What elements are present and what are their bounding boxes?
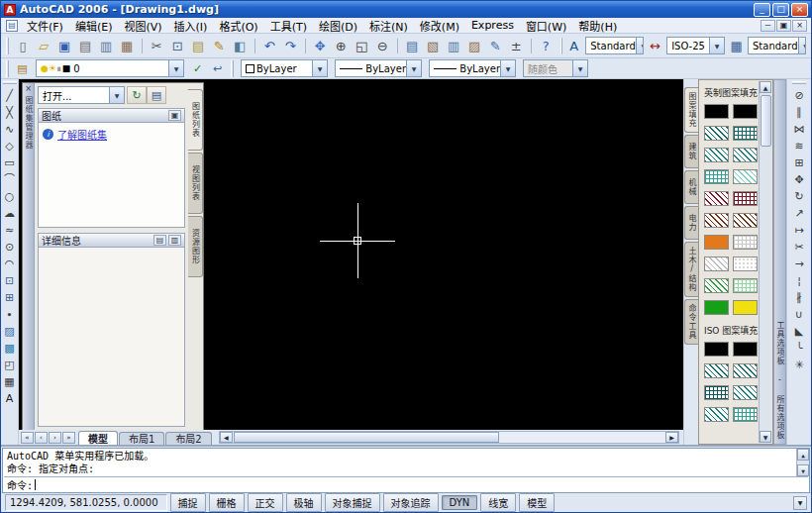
ssm-tab-view-list[interactable]: 视图列表 <box>188 153 203 214</box>
menu-file[interactable]: 文件(F) <box>21 17 69 35</box>
ssm-sheets-view-icon[interactable]: ▣ <box>168 110 181 121</box>
zoom-window-icon[interactable]: ◱ <box>352 36 372 56</box>
toolbar-grip[interactable] <box>792 81 806 84</box>
tab-first-button[interactable]: « <box>21 432 34 444</box>
osnap-toggle[interactable]: 对象捕捉 <box>325 493 380 512</box>
ssm-tab-sheet-list[interactable]: 图纸列表 <box>187 89 203 151</box>
hatch-swatch-tool[interactable] <box>704 342 729 357</box>
erase-icon[interactable]: ⊘ <box>791 87 808 104</box>
hatch-swatch-tool[interactable] <box>704 363 729 378</box>
mtext-icon[interactable]: A <box>1 390 18 407</box>
menu-dimension[interactable]: 标注(N) <box>363 17 414 35</box>
ssm-properties-icon[interactable]: ▤ <box>147 86 166 104</box>
linetype-control-combo[interactable]: ByLayer ▼ <box>335 59 422 77</box>
hatch-swatch-tool[interactable] <box>733 213 758 228</box>
rotate-icon[interactable]: ↻ <box>791 188 808 205</box>
color-control-combo[interactable]: ByLayer ▼ <box>241 59 328 77</box>
status-bar-menu-button[interactable]: ▼ <box>793 496 807 510</box>
pan-icon[interactable]: ✥ <box>310 36 331 56</box>
polar-toggle[interactable]: 极轴 <box>286 493 322 512</box>
ssm-preview-view-icon[interactable]: ▥ <box>168 235 181 246</box>
hatch-swatch-tool[interactable] <box>733 278 758 293</box>
hatch-swatch-tool[interactable] <box>733 235 758 250</box>
snap-toggle[interactable]: 捕捉 <box>170 493 206 512</box>
hatch-swatch-tool[interactable] <box>704 256 729 271</box>
menu-draw[interactable]: 绘图(D) <box>313 17 363 35</box>
fillet-icon[interactable]: ╰ <box>791 340 808 357</box>
plot-icon[interactable]: ▤ <box>75 36 96 56</box>
menu-help[interactable]: 帮助(H) <box>572 17 623 35</box>
command-input[interactable]: 命令: <box>3 477 809 492</box>
hatch-swatch-tool[interactable] <box>704 104 729 119</box>
explode-icon[interactable]: ✳ <box>791 357 808 373</box>
hatch-swatch-tool[interactable] <box>733 300 758 315</box>
hatch-swatch-tool[interactable] <box>733 342 758 357</box>
drawing-canvas[interactable]: X × 图纸集管理器 打开... ▼ <box>19 79 683 430</box>
help-icon[interactable]: ? <box>536 36 557 56</box>
copy-clip-icon[interactable]: ⊡ <box>167 36 188 56</box>
make-block-icon[interactable]: ⊞ <box>1 289 18 306</box>
markup-set-manager-icon[interactable]: ✎ <box>485 36 506 56</box>
hatch-swatch-tool[interactable] <box>733 363 758 378</box>
lineweight-control-combo[interactable]: ByLayer ▼ <box>429 59 516 77</box>
close-icon[interactable]: × <box>25 85 32 93</box>
make-object-layer-current-button[interactable]: ✓ <box>188 59 207 77</box>
chamfer-icon[interactable]: ◣ <box>791 323 808 340</box>
toolbar-grip[interactable] <box>6 60 9 77</box>
command-scrollbar[interactable]: ▲ ▼ <box>796 449 809 476</box>
menu-format[interactable]: 格式(O) <box>213 17 263 35</box>
scrollbar-thumb[interactable] <box>761 95 771 147</box>
scroll-left-icon[interactable]: ◀ <box>220 432 233 443</box>
zoom-previous-icon[interactable]: ⊖ <box>372 36 393 56</box>
scrollbar-thumb[interactable] <box>234 432 500 443</box>
point-icon[interactable]: ∙ <box>1 306 18 323</box>
lineweight-toggle[interactable]: 线宽 <box>480 493 516 512</box>
palette-tab-electrical[interactable]: 电力 <box>684 206 698 240</box>
hatch-swatch-tool[interactable] <box>704 191 729 206</box>
insert-block-icon[interactable]: ⊡ <box>1 272 18 289</box>
doc-close-button[interactable]: × <box>792 20 807 32</box>
hatch-swatch-tool[interactable] <box>704 407 729 422</box>
text-style-combo[interactable]: Standard ▼ <box>585 37 644 54</box>
menu-window[interactable]: 窗口(W) <box>520 17 572 35</box>
line-icon[interactable]: ╱ <box>1 87 18 104</box>
construction-line-icon[interactable]: ╳ <box>1 104 18 121</box>
hatch-swatch-tool[interactable] <box>733 126 758 141</box>
polyline-icon[interactable]: ∿ <box>1 121 18 138</box>
open-icon[interactable]: ▱ <box>34 36 54 56</box>
grid-toggle[interactable]: 栅格 <box>209 493 245 512</box>
hatch-swatch-tool[interactable] <box>733 169 758 184</box>
palette-tab-hatches[interactable]: 图案填充 <box>684 87 698 133</box>
block-editor-icon[interactable]: ◧ <box>230 36 251 56</box>
command-history[interactable]: AutoCAD 菜单实用程序已加载。命令: 指定对角点: <box>3 449 809 476</box>
layer-combo[interactable]: ●☀∎■ 0 ▼ <box>36 59 184 77</box>
scroll-up-icon[interactable]: ▲ <box>797 449 809 461</box>
table-style-combo[interactable]: Standard ▼ <box>748 37 806 54</box>
extend-icon[interactable]: → <box>791 256 808 272</box>
hatch-swatch-tool[interactable] <box>704 278 729 293</box>
toolbar-grip[interactable] <box>560 38 563 54</box>
ssm-open-combo[interactable]: 打开... ▼ <box>38 86 125 104</box>
ellipse-arc-icon[interactable]: ◠ <box>1 256 18 272</box>
hatch-swatch-tool[interactable] <box>704 385 729 400</box>
sheet-set-manager-icon[interactable]: ▨ <box>464 36 485 56</box>
rectangle-icon[interactable]: ▭ <box>1 154 18 171</box>
designcenter-icon[interactable]: ▧ <box>423 36 444 56</box>
region-icon[interactable]: ◰ <box>1 357 18 373</box>
close-button[interactable]: × <box>791 3 808 17</box>
layer-previous-button[interactable]: ↩ <box>208 59 227 77</box>
scroll-down-icon[interactable]: ▼ <box>797 464 809 476</box>
dyn-toggle[interactable]: DYN <box>442 495 478 510</box>
hatch-swatch-tool[interactable] <box>704 148 729 162</box>
hatch-swatch-tool[interactable] <box>733 385 758 400</box>
tab-model[interactable]: 模型 <box>78 431 118 445</box>
ssm-tab-resource-drawings[interactable]: 资源图形 <box>188 216 203 277</box>
maximize-button[interactable]: □ <box>772 3 789 17</box>
scroll-up-icon[interactable]: ▲ <box>760 81 771 93</box>
menu-edit[interactable]: 编辑(E) <box>69 17 119 35</box>
break-at-point-icon[interactable]: ¦ <box>791 272 808 289</box>
tab-next-button[interactable]: › <box>49 432 61 444</box>
tab-layout2[interactable]: 布局2 <box>165 432 211 445</box>
undo-icon[interactable]: ↶ <box>259 36 280 56</box>
hatch-swatch-tool[interactable] <box>704 126 729 141</box>
